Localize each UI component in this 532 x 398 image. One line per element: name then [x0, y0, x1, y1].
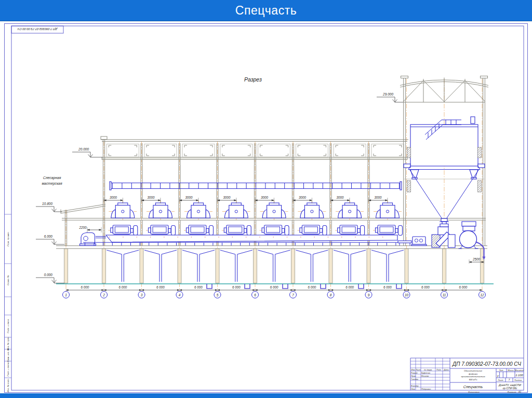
- svg-text:Лист: Лист: [415, 369, 421, 371]
- svg-text:3000: 3000: [374, 196, 382, 199]
- svg-text:1: 1: [65, 293, 67, 297]
- svg-text:2500: 2500: [472, 257, 481, 261]
- svg-text:6 000: 6 000: [421, 285, 430, 289]
- elevation-mark-6000: 6.000: [36, 235, 64, 244]
- lower-machine: [297, 225, 327, 236]
- room-label-line1: Слесарная: [43, 176, 61, 180]
- second-floor: [56, 246, 487, 249]
- svg-text:29.000: 29.000: [382, 92, 393, 96]
- svg-text:А1: А1: [518, 391, 522, 393]
- svg-text:7: 7: [292, 293, 294, 297]
- svg-text:6 000: 6 000: [118, 285, 127, 289]
- building-structure: [56, 76, 494, 284]
- svg-text:Формат: Формат: [507, 391, 516, 393]
- title-block: ДП 7.090302-07-73.00.00 СЧ Обогатительна…: [410, 358, 524, 393]
- svg-text:Разраб.: Разраб.: [411, 372, 418, 374]
- svg-text:Масштаб: Масштаб: [515, 369, 524, 372]
- mezzanine-floor: [62, 218, 486, 221]
- lower-machine: [335, 225, 365, 236]
- elevator-boot: [432, 224, 455, 248]
- elevation-mark-29000: 29.000: [377, 92, 397, 102]
- side-label-sprav: Справ. №: [7, 275, 9, 285]
- organization-line1: ДонНТУ, кафСПИ: [498, 383, 521, 387]
- top-stamp-code: ДП 7.090302-07-73.00.00 СЧ: [18, 28, 58, 31]
- lower-machine: [184, 225, 214, 236]
- svg-text:6 000: 6 000: [308, 285, 316, 289]
- svg-text:3000: 3000: [110, 196, 117, 199]
- conveyor-gallery: [110, 182, 402, 190]
- lower-machine: [108, 225, 138, 236]
- svg-text:11: 11: [443, 293, 446, 297]
- svg-text:3000: 3000: [299, 196, 307, 199]
- svg-text:фабрика: фабрика: [469, 373, 478, 375]
- svg-text:6: 6: [254, 293, 256, 297]
- svg-text:Нечаево: Нечаево: [421, 375, 429, 377]
- svg-text:3000: 3000: [336, 196, 344, 199]
- svg-text:6 000: 6 000: [81, 285, 89, 289]
- svg-text:0.000: 0.000: [44, 273, 53, 277]
- svg-text:4: 4: [179, 293, 181, 297]
- svg-text:12: 12: [480, 293, 484, 297]
- elevation-mark-0000: 0.000: [36, 273, 64, 283]
- doc-number: ДП 7.090302-07-73.00.00 СЧ: [452, 361, 521, 367]
- elevation-mark-20000: 20.000: [72, 147, 102, 157]
- svg-text:5: 5: [217, 293, 219, 297]
- side-label-inv-dubl: Инв. № дубл.: [7, 336, 9, 350]
- svg-text:6 000: 6 000: [194, 285, 203, 289]
- svg-text:3000: 3000: [223, 196, 231, 199]
- svg-text:Лит.: Лит.: [498, 369, 503, 372]
- svg-text:8: 8: [330, 293, 332, 297]
- section-drawing-canvas: ДП 7.090302-07-73.00.00 СЧ Перв. примен.…: [4, 23, 528, 393]
- lower-machine: [373, 225, 403, 236]
- drawing-sheet: ДП 7.090302-07-73.00.00 СЧ Перв. примен.…: [4, 23, 528, 393]
- svg-text:20.000: 20.000: [78, 147, 89, 151]
- svg-text:Копировал: Копировал: [468, 391, 480, 393]
- side-label-vzam-inv: Взам. инв. №: [7, 348, 9, 362]
- svg-text:у: у: [497, 374, 499, 377]
- svg-text:Лист: Лист: [497, 379, 503, 381]
- svg-text:10: 10: [405, 293, 409, 297]
- svg-text:3000: 3000: [147, 196, 155, 199]
- svg-text:6 000: 6 000: [232, 285, 241, 289]
- lower-machine: [146, 225, 176, 236]
- room-label-line2: мастерская: [42, 182, 62, 186]
- svg-text:Масса: Масса: [508, 369, 514, 372]
- side-label-podp-data-1: Подп. и дата: [7, 319, 9, 333]
- svg-text:Т.контр.: Т.контр.: [411, 378, 419, 380]
- svg-text:3: 3: [141, 293, 143, 297]
- scale-value: 1:100: [515, 374, 523, 377]
- side-label-perv-primen: Перв. примен.: [7, 231, 9, 246]
- svg-text:6 000: 6 000: [270, 285, 278, 289]
- side-label-podp-data-2: Подп. и дата: [7, 362, 9, 377]
- svg-text:Н.контр.: Н.контр.: [411, 385, 419, 387]
- svg-text:3000: 3000: [261, 196, 269, 199]
- svg-text:600 м³/ч: 600 м³/ч: [469, 378, 478, 381]
- drive-unit: [411, 237, 427, 245]
- roof-truss: [400, 78, 488, 103]
- svg-text:6 000: 6 000: [459, 285, 468, 289]
- svg-text:производительностью: производительностью: [461, 375, 485, 378]
- lower-machine: [222, 225, 252, 236]
- svg-text:Утв.: Утв.: [411, 388, 415, 390]
- view-title: Разрез: [244, 76, 262, 83]
- side-label-inv-podl: Инв. № подл.: [7, 378, 9, 392]
- lower-machine: [260, 225, 290, 236]
- svg-text:Обогатительная: Обогатительная: [464, 369, 483, 372]
- slide-title-bar: Спецчасть: [0, 0, 532, 21]
- sheet-name: Спецчасть: [463, 385, 483, 389]
- organization-line2: гр.СПИ 06с: [503, 387, 517, 390]
- svg-text:Куфленко: Куфленко: [421, 372, 430, 374]
- axis-circles: 1 2 3 4 5 6 7 8 9 10 11 12: [63, 292, 486, 298]
- svg-text:Изм: Изм: [411, 369, 415, 371]
- svg-text:6 000: 6 000: [345, 285, 354, 289]
- svg-text:2: 2: [102, 293, 105, 297]
- conveyor: [80, 233, 401, 246]
- svg-text:9: 9: [368, 293, 370, 297]
- svg-text:Подп.: Подп.: [436, 369, 442, 371]
- annex-roof: [61, 204, 105, 214]
- bin-vent-pipe: [471, 117, 475, 123]
- dimension-2200: 2200: [78, 226, 101, 233]
- bay-dimension-row: 6 000 6 000 6 000 6 000 6 000 6 000 6 00…: [66, 285, 482, 290]
- presentation-slide: Спецчасть: [0, 0, 532, 398]
- svg-text:Листов: Листов: [514, 379, 522, 381]
